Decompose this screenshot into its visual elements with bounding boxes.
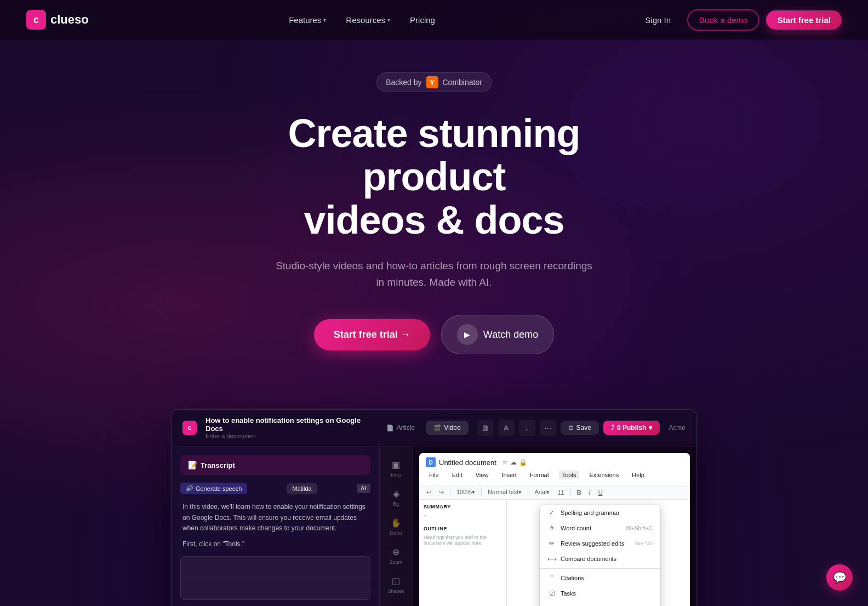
gdocs-outline-hint: Headings that you add to the document wi… (424, 534, 502, 547)
backed-by-label: Backed by (386, 78, 421, 87)
lock-icon: 🔒 (519, 458, 527, 466)
hero-subtitle: Studio-style videos and how-to articles … (275, 258, 593, 291)
acme-label: Acme (664, 424, 686, 432)
nav-link-resources[interactable]: Resources ▾ (338, 11, 398, 29)
book-demo-button[interactable]: Book a demo (687, 9, 760, 31)
transcript-label: 📝 Transcript (188, 461, 235, 469)
context-divider-1 (540, 568, 660, 569)
sidebar-intro[interactable]: ▣ Intro (380, 455, 412, 482)
google-docs-mockup-wrapper: D Untitled document ☆ ☁ 🔒 File (413, 446, 696, 606)
speech-icon: 🔊 (186, 485, 193, 492)
transcript-actions: 🔊 Generate speech Matilda AI (180, 483, 370, 494)
hero-title-line2: videos & docs (304, 198, 564, 242)
gdocs-sidebar: Summary + Outline Headings that you add … (419, 500, 507, 606)
nav-link-pricing[interactable]: Pricing (402, 11, 443, 29)
watch-demo-button[interactable]: ▶ Watch demo (441, 315, 554, 354)
toolbar-sep-3 (528, 488, 528, 497)
matilda-button[interactable]: Matilda (287, 483, 317, 494)
wordcount-icon: # (547, 524, 556, 532)
gdocs-menu-help[interactable]: Help (629, 471, 648, 479)
toolbar-sep-1 (450, 488, 450, 497)
start-trial-nav-button[interactable]: Start free trial (766, 10, 842, 30)
chevron-down-icon: ▾ (387, 17, 390, 23)
sidebar-bg[interactable]: ◈ Bg (380, 484, 412, 511)
logo-letter: c (33, 14, 39, 26)
chat-icon: 💬 (833, 571, 847, 584)
demo-actions-right: 🗑 A ↓ ⋯ ⊙ Save ⤴ 0 Publish ▾ Acme (477, 420, 686, 436)
context-menu: ✓ Spelling and grammar # Word cou (540, 505, 660, 606)
context-menu-compare[interactable]: ⟷ Compare documents (540, 551, 660, 567)
hero-title-line1: Create stunning product (288, 111, 580, 199)
toolbar-font[interactable]: Arial▾ (532, 488, 552, 497)
star-icon: ☆ (502, 458, 508, 466)
citations-icon: " (547, 574, 556, 582)
video-preview-panel: ▣ Intro ◈ Bg ✋ Outro ⊕ Zoom (380, 446, 696, 606)
chat-bubble-button[interactable]: 💬 (826, 564, 853, 591)
demo-body: 📝 Transcript 🔊 Generate speech Matilda A… (172, 446, 696, 606)
gdocs-menu-view[interactable]: View (472, 471, 492, 479)
navbar: c clueso Features ▾ Resources ▾ Pricing … (0, 0, 868, 39)
translate-icon-btn[interactable]: A (498, 420, 515, 436)
gdocs-title-icons: ☆ ☁ 🔒 (502, 458, 527, 466)
logo-icon: c (26, 10, 46, 30)
context-menu-citations[interactable]: " Citations (540, 570, 660, 586)
toolbar-italic[interactable]: I (586, 488, 593, 497)
save-icon: ⊙ (568, 424, 574, 432)
toolbar-size[interactable]: 11 (555, 488, 567, 497)
gdocs-menu-file[interactable]: File (426, 471, 442, 479)
sign-in-button[interactable]: Sign In (635, 11, 681, 29)
gdocs-toolbar: ↩ ↪ 100%▾ Normal text▾ Arial▾ 11 B I (419, 485, 690, 500)
tab-article[interactable]: 📄 Article (379, 421, 422, 435)
context-menu-wordcount[interactable]: # Word count ⌘+Shift+C (540, 520, 660, 536)
shapes-icon: ◫ (392, 576, 400, 586)
toolbar-bold[interactable]: B (574, 488, 584, 497)
gdocs-menu-tools[interactable]: Tools (559, 471, 580, 479)
toolbar-undo[interactable]: ↩ (424, 488, 434, 497)
sidebar-strip: ▣ Intro ◈ Bg ✋ Outro ⊕ Zoom (380, 446, 413, 606)
gdocs-menu-extensions[interactable]: Extensions (586, 471, 622, 479)
toolbar-zoom[interactable]: 100%▾ (454, 488, 478, 497)
tab-video[interactable]: 🎬 Video (426, 421, 468, 435)
context-menu-tasks[interactable]: ☑ Tasks (540, 586, 660, 601)
transcript-video-thumbnail (180, 556, 370, 600)
more-options-icon-btn[interactable]: ⋯ (540, 420, 556, 436)
ai-badge: AI (357, 484, 370, 493)
transcript-text: In this video, we'll learn how to enable… (180, 502, 370, 550)
spelling-icon: ✓ (547, 509, 556, 517)
sidebar-zoom[interactable]: ⊕ Zoom (380, 542, 412, 569)
nav-link-features[interactable]: Features ▾ (281, 11, 334, 29)
demo-topbar: c How to enable notification settings on… (172, 410, 696, 446)
publish-button[interactable]: ⤴ 0 Publish ▾ (603, 421, 660, 435)
toolbar-sep-4 (570, 488, 571, 497)
toolbar-redo[interactable]: ↪ (436, 488, 447, 497)
play-icon: ▶ (457, 324, 478, 345)
toolbar-style[interactable]: Normal text▾ (485, 488, 524, 497)
save-button[interactable]: ⊙ Save (561, 421, 599, 435)
zoom-icon: ⊕ (392, 547, 399, 557)
gdocs-menu-format[interactable]: Format (527, 471, 552, 479)
sidebar-outro[interactable]: ✋ Outro (380, 513, 412, 540)
context-menu-spelling[interactable]: ✓ Spelling and grammar (540, 505, 660, 520)
demo-area: c How to enable notification settings on… (160, 409, 708, 606)
delete-icon-btn[interactable]: 🗑 (477, 420, 494, 436)
gdocs-menu-edit[interactable]: Edit (449, 471, 466, 479)
gdocs-header: D Untitled document ☆ ☁ 🔒 File (419, 453, 690, 485)
start-trial-hero-button[interactable]: Start free trial → (314, 319, 430, 350)
context-menu-linenumbers[interactable]: ≡ Line numbers (540, 601, 660, 606)
gdocs-summary-title: Summary (424, 504, 502, 509)
toolbar-underline[interactable]: U (596, 488, 606, 497)
gdocs-doc-title: Untitled document (439, 458, 496, 467)
compare-icon: ⟷ (547, 555, 556, 563)
demo-tabs: 📄 Article 🎬 Video (379, 421, 469, 435)
demo-logo-icon: c (182, 421, 197, 435)
logo[interactable]: c clueso (26, 10, 89, 30)
gdocs-menu-insert[interactable]: Insert (498, 471, 520, 479)
google-docs-mockup: D Untitled document ☆ ☁ 🔒 File (419, 453, 690, 606)
video-icon: 🎬 (433, 424, 441, 432)
generate-speech-button[interactable]: 🔊 Generate speech (180, 483, 247, 494)
context-menu-review[interactable]: ✏ Review suggested edits Ctrl+⌥O (540, 536, 660, 551)
demo-title-area: How to enable notification settings on G… (205, 416, 370, 439)
sidebar-shapes[interactable]: ◫ Shapes (380, 571, 412, 598)
download-icon-btn[interactable]: ↓ (519, 420, 535, 436)
review-icon: ✏ (547, 540, 556, 547)
